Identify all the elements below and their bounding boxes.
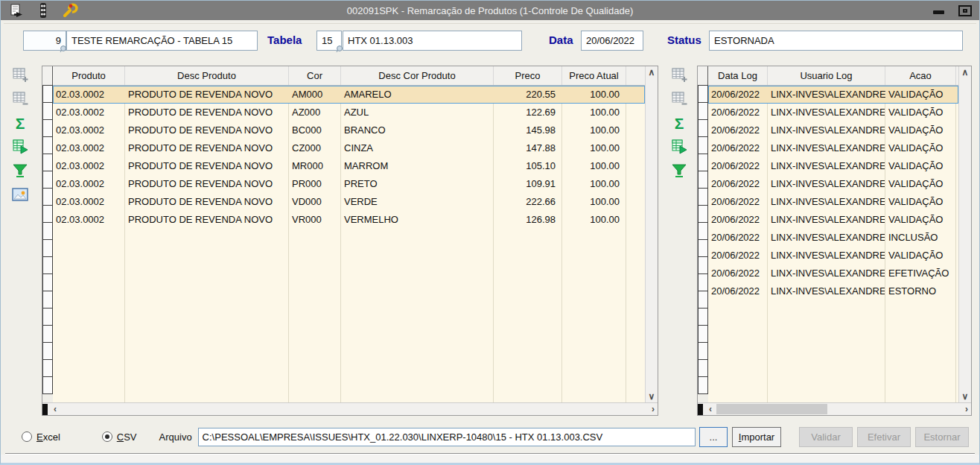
scroll-left-icon[interactable]: ‹	[706, 405, 715, 413]
column-header[interactable]: Data Log	[708, 66, 768, 85]
table-cell[interactable]: 100.00	[562, 121, 626, 139]
table-cell[interactable]: AMARELO	[341, 86, 494, 104]
validar-button[interactable]: Validar	[799, 427, 853, 447]
table-cell[interactable]: LINX-INVES\ALEXANDRE.C	[768, 282, 885, 300]
log-vertical-scrollbar[interactable]: ∧ ∨	[958, 66, 971, 402]
tabela-desc-field[interactable]: HTX 01.13.003	[343, 31, 522, 51]
excel-radio[interactable]: Excel	[22, 431, 60, 443]
table-cell[interactable]: 147.88	[494, 139, 562, 157]
table-cell[interactable]: AM000	[289, 86, 341, 104]
table-cell[interactable]: LINX-INVES\ALEXANDRE.C	[768, 265, 885, 282]
table-row[interactable]: 02.03.0002PRODUTO DE REVENDA NOVOPR000PR…	[53, 175, 645, 193]
column-header[interactable]: Preco	[494, 66, 562, 85]
column-header[interactable]: Desc Cor Produto	[341, 66, 494, 85]
table-cell[interactable]: 02.03.0002	[53, 86, 125, 104]
date-field[interactable]: 20/06/2022	[581, 31, 643, 51]
table-cell[interactable]: AZ000	[289, 104, 341, 121]
table-cell[interactable]: 220.55	[494, 86, 562, 104]
scroll-up-icon[interactable]: ∧	[959, 69, 972, 76]
column-header[interactable]: Usuario Log	[768, 66, 885, 85]
table-cell[interactable]: INCLUSÃO	[885, 229, 956, 247]
table-cell[interactable]: 20/06/2022	[708, 211, 768, 229]
sum-icon[interactable]: Σ	[10, 113, 30, 133]
table-cell[interactable]: 02.03.0002	[53, 157, 125, 175]
table-cell[interactable]: LINX-INVES\ALEXANDRE.C	[768, 193, 885, 211]
add-row-icon[interactable]	[10, 66, 30, 85]
table-row[interactable]: 20/06/2022LINX-INVES\ALEXANDRE.CVALIDAÇÃ…	[708, 157, 958, 175]
scroll-up-icon[interactable]: ∧	[646, 69, 658, 76]
table-cell[interactable]: LINX-INVES\ALEXANDRE.C	[768, 229, 885, 247]
table-cell[interactable]: LINX-INVES\ALEXANDRE.C	[768, 175, 885, 193]
table-cell[interactable]: PRODUTO DE REVENDA NOVO	[125, 157, 289, 175]
table-cell[interactable]: BRANCO	[341, 121, 494, 139]
table-row[interactable]: 20/06/2022LINX-INVES\ALEXANDRE.CEFETIVAÇ…	[708, 265, 958, 282]
table-cell[interactable]: VALIDAÇÃO	[885, 104, 956, 121]
table-cell[interactable]: ESTORNO	[885, 282, 956, 300]
delete-row-icon[interactable]	[10, 89, 30, 109]
table-cell[interactable]: VALIDAÇÃO	[885, 139, 956, 157]
column-header[interactable]: Acao	[885, 66, 956, 85]
csv-radio[interactable]: CSV	[102, 431, 137, 443]
table-cell[interactable]: 02.03.0002	[53, 104, 125, 121]
scroll-right-icon[interactable]: ›	[962, 405, 971, 413]
restore-button[interactable]	[958, 5, 972, 16]
table-cell[interactable]: AZUL	[341, 104, 494, 121]
table-cell[interactable]: VR000	[289, 211, 341, 229]
table-cell[interactable]: CZ000	[289, 139, 341, 157]
table-cell[interactable]: MARROM	[341, 157, 494, 175]
table-row[interactable]: 20/06/2022LINX-INVES\ALEXANDRE.CVALIDAÇÃ…	[708, 104, 958, 121]
table-cell[interactable]: 100.00	[562, 104, 626, 121]
table-cell[interactable]: LINX-INVES\ALEXANDRE.C	[768, 104, 885, 121]
browse-button[interactable]: ...	[699, 427, 728, 447]
export-report-icon[interactable]	[8, 2, 25, 19]
scroll-left-icon[interactable]: ‹	[51, 405, 60, 413]
column-header[interactable]: Produto	[53, 66, 125, 85]
table-cell[interactable]: 20/06/2022	[708, 282, 768, 300]
table-row[interactable]: 02.03.0002PRODUTO DE REVENDA NOVOVD000VE…	[53, 193, 645, 211]
table-cell[interactable]: 20/06/2022	[708, 175, 768, 193]
table-cell[interactable]: VALIDAÇÃO	[885, 175, 956, 193]
column-header[interactable]: Cor	[289, 66, 341, 85]
excel-radio-circle[interactable]	[22, 431, 32, 442]
table-cell[interactable]: EFETIVAÇÃO	[885, 265, 956, 282]
add-row-icon[interactable]	[669, 66, 689, 85]
column-header[interactable]: Preco Atual	[562, 66, 626, 85]
table-cell[interactable]: VERDE	[341, 193, 494, 211]
table-row[interactable]: 02.03.0002PRODUTO DE REVENDA NOVOAM000AM…	[53, 86, 645, 104]
table-cell[interactable]: LINX-INVES\ALEXANDRE.C	[768, 121, 885, 139]
table-cell[interactable]: 100.00	[562, 157, 626, 175]
table-cell[interactable]: 02.03.0002	[53, 139, 125, 157]
table-row[interactable]: 02.03.0002PRODUTO DE REVENDA NOVOMR000MA…	[53, 157, 645, 175]
table-row[interactable]: 20/06/2022LINX-INVES\ALEXANDRE.CINCLUSÃO	[708, 229, 958, 247]
table-cell[interactable]: 222.66	[494, 193, 562, 211]
table-cell[interactable]: 20/06/2022	[708, 157, 768, 175]
importar-button[interactable]: Importar	[732, 427, 781, 447]
table-cell[interactable]: 20/06/2022	[708, 104, 768, 121]
status-field[interactable]: ESTORNADA	[709, 31, 963, 51]
export-grid-icon[interactable]	[10, 137, 30, 156]
table-cell[interactable]: 122.69	[494, 104, 562, 121]
scroll-right-icon[interactable]: ›	[649, 405, 658, 413]
table-row[interactable]: 20/06/2022LINX-INVES\ALEXANDRE.CVALIDAÇÃ…	[708, 139, 958, 157]
name-field[interactable]: TESTE REMARCAÇÃO - TABELA 15	[66, 31, 258, 51]
table-cell[interactable]: 20/06/2022	[708, 193, 768, 211]
table-cell[interactable]: 20/06/2022	[708, 121, 768, 139]
table-cell[interactable]: VALIDAÇÃO	[885, 86, 956, 104]
table-cell[interactable]: PR000	[289, 175, 341, 193]
wrench-icon[interactable]	[62, 2, 78, 19]
table-cell[interactable]: PRODUTO DE REVENDA NOVO	[125, 193, 289, 211]
table-cell[interactable]: PRODUTO DE REVENDA NOVO	[125, 139, 289, 157]
csv-radio-circle[interactable]	[102, 431, 112, 442]
table-cell[interactable]: 20/06/2022	[708, 229, 768, 247]
table-row[interactable]: 20/06/2022LINX-INVES\ALEXANDRE.CVALIDAÇÃ…	[708, 193, 958, 211]
table-cell[interactable]: 100.00	[562, 193, 626, 211]
table-cell[interactable]: VALIDAÇÃO	[885, 211, 956, 229]
table-cell[interactable]: 109.91	[494, 175, 562, 193]
table-cell[interactable]: PRODUTO DE REVENDA NOVO	[125, 121, 289, 139]
table-cell[interactable]: 02.03.0002	[53, 193, 125, 211]
table-row[interactable]: 20/06/2022LINX-INVES\ALEXANDRE.CVALIDAÇÃ…	[708, 121, 958, 139]
table-cell[interactable]: 105.10	[494, 157, 562, 175]
table-cell[interactable]: PRETO	[341, 175, 494, 193]
table-cell[interactable]: VD000	[289, 193, 341, 211]
scroll-track[interactable]	[715, 403, 962, 415]
